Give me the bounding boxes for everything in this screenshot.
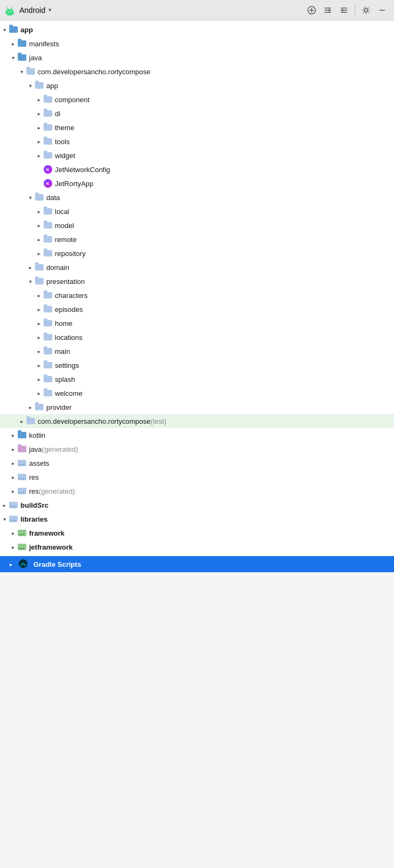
tree-arrow-icon xyxy=(34,333,43,341)
tree-item-com-dev-test[interactable]: com.developersancho.rortycompose (test) xyxy=(0,414,394,428)
tree-item-tools[interactable]: tools xyxy=(0,134,394,148)
tree-item-label: jetframework xyxy=(29,543,73,551)
tree-item-label: home xyxy=(55,319,73,328)
tree-item-home[interactable]: home xyxy=(0,316,394,330)
tree-item-label: presentation xyxy=(46,278,85,286)
tree-item-suffix: (generated) xyxy=(42,445,78,453)
gradle-scripts-bar[interactable]: Gradle Scripts xyxy=(0,556,394,572)
tree-item-jet-network[interactable]: KJetNetworkConfig xyxy=(0,162,394,176)
tree-arrow-icon xyxy=(9,487,17,495)
tree-arrow-icon xyxy=(34,95,43,104)
tree-item-kotlin[interactable]: kotlin xyxy=(0,428,394,442)
tree-item-model[interactable]: model xyxy=(0,218,394,232)
folder-plain-icon xyxy=(34,402,44,412)
folder-striped-icon xyxy=(9,502,18,508)
folder-plain-icon xyxy=(34,81,44,90)
tree-item-label: res xyxy=(29,487,39,495)
folder-plain-icon xyxy=(34,262,44,272)
tree-item-splash[interactable]: splash xyxy=(0,372,394,386)
tree-item-main[interactable]: main xyxy=(0,344,394,358)
tree-item-component[interactable]: component xyxy=(0,93,394,106)
tree-item-label: provider xyxy=(46,403,72,411)
tree-item-data[interactable]: data xyxy=(0,190,394,204)
gradle-icon xyxy=(18,559,28,570)
folder-java-gen-icon xyxy=(17,444,27,454)
folder-plain-icon xyxy=(44,250,52,257)
tree-arrow-icon xyxy=(17,417,26,425)
tree-item-buildSrc[interactable]: buildSrc xyxy=(0,498,394,512)
folder-plain-icon xyxy=(44,208,52,215)
tree-item-framework[interactable]: framework xyxy=(0,526,394,540)
tree-item-jet-rorty[interactable]: KJetRortyApp xyxy=(0,176,394,190)
svg-line-5 xyxy=(11,8,12,9)
tree-item-libraries[interactable]: libraries xyxy=(0,512,394,526)
tree-item-label: JetNetworkConfig xyxy=(55,166,110,174)
tree-item-label: tools xyxy=(55,138,69,146)
tree-arrow-icon xyxy=(34,347,43,355)
tree-item-jetframework[interactable]: jetframework xyxy=(0,540,394,554)
tree-item-settings[interactable]: settings xyxy=(0,358,394,372)
folder-plain-icon xyxy=(44,152,52,159)
tree-item-label: theme xyxy=(55,124,74,132)
folder-striped-icon xyxy=(18,460,26,466)
tree-item-repository[interactable]: repository xyxy=(0,246,394,260)
folder-plain-icon xyxy=(43,137,53,146)
tree-item-local[interactable]: local xyxy=(0,204,394,218)
tree-item-widget[interactable]: widget xyxy=(0,148,394,162)
tree-item-label: buildSrc xyxy=(20,501,48,509)
folder-plain-icon xyxy=(35,194,44,201)
tree-item-presentation[interactable]: presentation xyxy=(0,274,394,288)
folder-framework-icon xyxy=(17,528,27,538)
expand-all-icon[interactable] xyxy=(336,3,351,18)
tree-item-domain[interactable]: domain xyxy=(0,260,394,274)
tree-item-label: widget xyxy=(55,152,75,160)
minimize-icon[interactable] xyxy=(375,3,390,18)
tree-item-remote[interactable]: remote xyxy=(0,232,394,246)
tree-arrow-icon xyxy=(26,193,34,202)
tree-item-episodes[interactable]: episodes xyxy=(0,302,394,316)
gradle-label: Gradle Scripts xyxy=(33,560,81,568)
tree-item-theme[interactable]: theme xyxy=(0,120,394,134)
tree-arrow-icon xyxy=(34,221,43,230)
tree-item-app[interactable]: app xyxy=(0,23,394,37)
tree-arrow-icon xyxy=(34,137,43,146)
tree-item-locations[interactable]: locations xyxy=(0,330,394,344)
tree-item-res-gen[interactable]: res (generated) xyxy=(0,484,394,498)
folder-plain-icon xyxy=(43,220,53,230)
tree-item-welcome[interactable]: welcome xyxy=(0,386,394,400)
folder-framework-icon xyxy=(17,542,27,552)
toolbar-title[interactable]: Android ▾ xyxy=(19,6,52,15)
tree-arrow-icon xyxy=(34,319,43,328)
tree-item-app-inner[interactable]: app xyxy=(0,79,394,93)
tree-item-java-gen[interactable]: java (generated) xyxy=(0,442,394,456)
tree-item-label: app xyxy=(46,82,58,90)
tree-arrow-icon xyxy=(34,123,43,132)
tree-item-label: domain xyxy=(46,264,69,272)
folder-plain-icon xyxy=(43,290,53,300)
tree-item-label: main xyxy=(55,347,70,355)
tree-item-label: component xyxy=(55,96,89,104)
folder-java-gen-icon xyxy=(18,446,26,452)
tree-item-provider[interactable]: provider xyxy=(0,400,394,414)
tree-item-label: repository xyxy=(55,250,86,258)
settings-icon[interactable] xyxy=(358,3,374,18)
tree-item-label: framework xyxy=(29,529,65,537)
add-icon[interactable] xyxy=(304,3,319,18)
tree-item-manifests[interactable]: manifests xyxy=(0,37,394,51)
folder-plain-icon xyxy=(43,207,53,216)
tree-item-label: com.developersancho.rortycompose xyxy=(38,68,151,76)
tree-arrow-icon xyxy=(34,109,43,118)
tree-item-com-dev[interactable]: com.developersancho.rortycompose xyxy=(0,65,394,79)
folder-plain-icon xyxy=(26,416,36,426)
tree-item-res[interactable]: res xyxy=(0,470,394,484)
collapse-all-icon[interactable] xyxy=(320,3,335,18)
folder-plain-icon xyxy=(44,376,52,382)
tree-item-characters[interactable]: characters xyxy=(0,288,394,302)
folder-blue-icon xyxy=(9,25,18,34)
tree-item-di[interactable]: di xyxy=(0,106,394,120)
dropdown-arrow-icon[interactable]: ▾ xyxy=(48,6,52,13)
folder-blue-icon xyxy=(9,26,18,33)
tree-item-assets[interactable]: assets xyxy=(0,456,394,470)
tree-arrow-icon xyxy=(9,459,17,467)
tree-item-java[interactable]: java xyxy=(0,51,394,65)
